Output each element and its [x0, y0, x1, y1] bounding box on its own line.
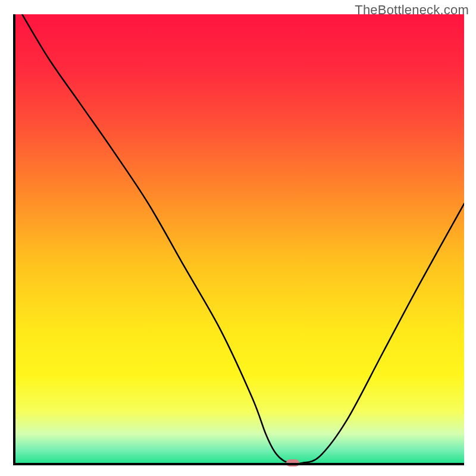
optimal-marker	[286, 459, 299, 466]
plot-area	[13, 14, 464, 465]
chart-container: TheBottleneck.com	[0, 0, 476, 476]
bottleneck-curve	[13, 14, 464, 465]
